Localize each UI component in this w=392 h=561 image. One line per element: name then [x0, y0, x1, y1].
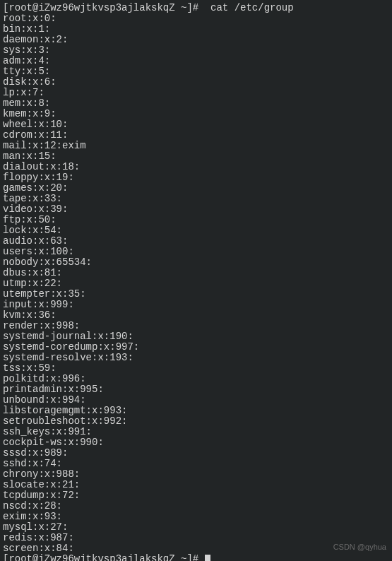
terminal-output-line: tss:x:59:	[3, 363, 389, 374]
terminal-output-line: unbound:x:994:	[3, 395, 389, 406]
terminal-output-line: render:x:998:	[3, 321, 389, 331]
watermark-text: CSDN @qyhua	[333, 542, 386, 553]
terminal-output-line: lp:x:7:	[3, 88, 389, 98]
terminal-output-line: slocate:x:21:	[3, 480, 389, 490]
terminal-output-line: wheel:x:10:	[3, 119, 389, 130]
terminal-output-line: man:x:15:	[3, 151, 389, 162]
terminal-output-line: video:x:39:	[3, 204, 389, 215]
terminal-output-line: bin:x:1:	[3, 24, 389, 35]
terminal-output-line: mysql:x:27:	[3, 522, 389, 533]
terminal-output-line: sys:x:3:	[3, 45, 389, 56]
terminal-output-line: mem:x:8:	[3, 98, 389, 109]
terminal-output-line: cdrom:x:11:	[3, 130, 389, 141]
terminal-output-line: systemd-resolve:x:193:	[3, 353, 389, 363]
terminal-output-line: tcpdump:x:72:	[3, 490, 389, 501]
terminal-output-line: nobody:x:65534:	[3, 257, 389, 268]
terminal-output-line: users:x:100:	[3, 247, 389, 257]
terminal-output-line: redis:x:987:	[3, 533, 389, 543]
terminal-output-line: audio:x:63:	[3, 236, 389, 247]
terminal-output-line: libstoragemgmt:x:993:	[3, 406, 389, 416]
terminal-output-line: input:x:999:	[3, 300, 389, 310]
terminal-output-line: polkitd:x:996:	[3, 374, 389, 384]
terminal-output-line: kmem:x:9:	[3, 109, 389, 119]
terminal-output-line: kvm:x:36:	[3, 310, 389, 321]
terminal-output-line: screen:x:84:	[3, 543, 389, 554]
terminal-output-line: sssd:x:989:	[3, 448, 389, 459]
terminal-output-line: setroubleshoot:x:992:	[3, 416, 389, 427]
terminal-output-line: disk:x:6:	[3, 77, 389, 88]
terminal-output-line: dbus:x:81:	[3, 268, 389, 278]
terminal-output-line: cockpit-ws:x:990:	[3, 437, 389, 448]
terminal-output-line: adm:x:4:	[3, 56, 389, 66]
terminal-output-line: chrony:x:988:	[3, 469, 389, 480]
terminal-output-line: nscd:x:28:	[3, 501, 389, 512]
terminal-output-line: ftp:x:50:	[3, 215, 389, 225]
terminal-output-line: floppy:x:19:	[3, 172, 389, 183]
terminal-output-line: ssh_keys:x:991:	[3, 427, 389, 437]
terminal-output-line: mail:x:12:exim	[3, 141, 389, 151]
terminal-output-line: systemd-coredump:x:997:	[3, 342, 389, 353]
terminal-output-line: sshd:x:74:	[3, 459, 389, 469]
terminal-output-line: systemd-journal:x:190:	[3, 331, 389, 342]
terminal-output[interactable]: [root@iZwz96wjtkvsp3ajlakskqZ ~]# cat /e…	[3, 3, 389, 561]
terminal-output-line: dialout:x:18:	[3, 162, 389, 172]
terminal-output-line: utmp:x:22:	[3, 278, 389, 289]
terminal-output-line: tty:x:5:	[3, 66, 389, 77]
terminal-prompt-line: [root@iZwz96wjtkvsp3ajlakskqZ ~]# cat /e…	[3, 3, 389, 13]
terminal-output-line: lock:x:54:	[3, 225, 389, 236]
terminal-prompt-cursor-line[interactable]: [root@iZwz96wjtkvsp3ajlakskqZ ~]#	[3, 554, 389, 561]
terminal-output-line: games:x:20:	[3, 183, 389, 194]
terminal-output-line: utempter:x:35:	[3, 289, 389, 300]
terminal-output-line: daemon:x:2:	[3, 35, 389, 45]
terminal-output-line: printadmin:x:995:	[3, 384, 389, 395]
terminal-output-line: tape:x:33:	[3, 194, 389, 204]
terminal-output-line: exim:x:93:	[3, 512, 389, 522]
cursor-icon	[205, 555, 210, 561]
terminal-output-line: root:x:0:	[3, 13, 389, 24]
